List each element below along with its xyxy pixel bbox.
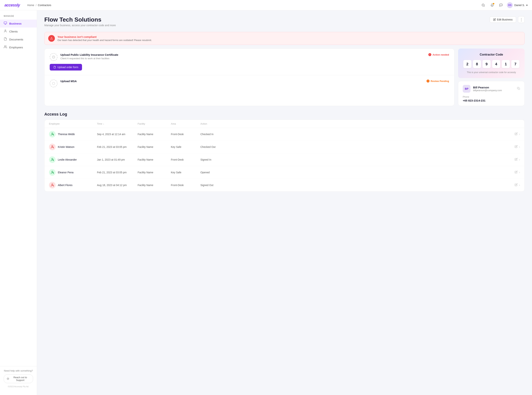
row-detail-icon[interactable] — [515, 170, 518, 174]
row-chevron-icon[interactable]: › — [519, 183, 520, 187]
upload-subtitle-1: Client A requested this to work at their… — [60, 57, 426, 60]
support-label: Reach out to Support — [11, 376, 30, 382]
code-digit: 2 — [463, 60, 471, 68]
topnav-right: DS Daniel S. ▾ — [480, 2, 527, 8]
row-detail-icon[interactable] — [515, 158, 518, 161]
action-dot: ! — [428, 53, 431, 56]
header-actions: Edit Business ⋮ — [490, 16, 525, 23]
contact-card: BP Bill Pearson billpearson@company.com … — [458, 81, 525, 106]
col-action: Action — [200, 122, 509, 125]
phone-section: Phone +65 823-2314-231 — [463, 96, 520, 102]
table-row[interactable]: Leslie Alexander Jan 1, 2023 at 01:49 pm… — [45, 154, 524, 166]
upload-row-2: Upload MSA ! Review Pending — [50, 80, 449, 87]
svg-rect-11 — [518, 88, 520, 90]
svg-line-1 — [484, 6, 485, 6]
user-avatar: DS — [507, 2, 513, 8]
sidebar: Manage Business Clients Documents Employ… — [0, 10, 37, 395]
row-chevron-icon[interactable]: › — [519, 132, 520, 136]
cell-action: Signed Out — [200, 184, 509, 187]
row-detail-icon[interactable] — [515, 145, 518, 149]
cell-area: Key Safe — [171, 145, 200, 148]
contact-avatar: BP — [463, 85, 470, 93]
cell-facility: Facility Name — [138, 158, 171, 161]
manage-label: Manage — [0, 15, 37, 20]
edit-business-button[interactable]: Edit Business — [490, 16, 516, 23]
logo[interactable]: accessly — [5, 3, 20, 8]
table-row[interactable]: Kristin Watson Feb 21, 2023 at 03:05 pm … — [45, 141, 524, 154]
sidebar-item-clients[interactable]: Clients — [0, 27, 37, 35]
phone-label: Phone — [463, 96, 520, 98]
row-actions: › — [509, 158, 520, 161]
contractor-code-title: Contractor Code — [463, 53, 520, 56]
cell-action: Signed In — [200, 158, 509, 161]
breadcrumb-current: Contractors — [38, 4, 51, 7]
phone-number: +65 823-2314-231 — [463, 99, 520, 102]
alert-content: Your business isn't compliant Our team h… — [57, 35, 152, 42]
row-actions: › — [509, 183, 520, 187]
cell-time: Feb 21, 2023 at 03:05 pm — [97, 171, 138, 174]
row-chevron-icon[interactable]: › — [519, 158, 520, 161]
contact-details: Bill Pearson billpearson@company.com — [473, 86, 502, 92]
page-subtitle: Manage your business, access your contra… — [44, 24, 116, 27]
breadcrumb: Home / Contractors — [27, 4, 480, 7]
main-content: Flow Tech Solutions Manage your business… — [37, 10, 532, 395]
cell-time: Sep 4, 2023 at 12:14 am — [97, 133, 138, 136]
cell-area: Key Safe — [171, 171, 200, 174]
user-menu[interactable]: DS Daniel S. ▾ — [507, 2, 527, 8]
app-layout: Manage Business Clients Documents Employ… — [0, 10, 532, 395]
employee-avatar — [49, 156, 56, 163]
upload-row-1: Upload Public Liability Insurance Certif… — [50, 53, 449, 61]
cell-facility: Facility Name — [138, 133, 171, 136]
cell-area: Front-Desk — [171, 184, 200, 187]
messages-icon[interactable] — [498, 2, 504, 8]
support-button[interactable]: Reach out to Support — [4, 374, 33, 383]
row-detail-icon[interactable] — [515, 183, 518, 187]
svg-point-10 — [52, 82, 55, 85]
notifications-icon[interactable] — [489, 2, 495, 8]
alert-icon: ⚠ — [48, 35, 55, 42]
row-chevron-icon[interactable]: › — [519, 145, 520, 148]
cell-action: Opened — [200, 171, 509, 174]
upload-item-msa: Upload MSA ! Review Pending — [45, 75, 454, 92]
table-row[interactable]: Theresa Webb Sep 4, 2023 at 12:14 am Fac… — [45, 128, 524, 141]
sidebar-item-business[interactable]: Business — [0, 20, 37, 27]
access-log-title: Access Log — [44, 112, 525, 117]
employee-name: Kristin Watson — [58, 145, 74, 148]
employee-name: Eleanor Pena — [58, 171, 73, 174]
sidebar-item-employees[interactable]: Employees — [0, 43, 37, 51]
upload-order-form-button[interactable]: Upload order form — [50, 64, 82, 71]
upload-cards: Upload Public Liability Insurance Certif… — [44, 49, 454, 106]
access-log-section: Access Log Employee Time ↓ Facility Area… — [44, 112, 525, 192]
sidebar-item-documents[interactable]: Documents — [0, 35, 37, 43]
breadcrumb-sep: / — [36, 4, 36, 7]
topnav: accessly Home / Contractors DS Daniel S.… — [0, 0, 532, 10]
pending-label: Review Pending — [431, 80, 449, 82]
status-badge-action: ! Action needed — [428, 53, 449, 56]
sidebar-item-business-label: Business — [9, 22, 22, 25]
clients-icon — [4, 29, 7, 33]
more-options-button[interactable]: ⋮ — [518, 16, 525, 23]
code-digits: 289417 — [463, 60, 520, 68]
cell-facility: Facility Name — [138, 145, 171, 148]
status-badge-pending: ! Review Pending — [426, 80, 449, 82]
row-detail-icon[interactable] — [515, 132, 518, 136]
sort-icon[interactable]: ↓ — [103, 123, 104, 125]
table-row[interactable]: Albert Flores Aug 18, 2023 at 04:12 pm F… — [45, 179, 524, 192]
employee-cell: Eleanor Pena — [49, 169, 97, 176]
copy-email-icon[interactable] — [517, 87, 520, 91]
employee-name: Leslie Alexander — [58, 158, 77, 161]
page-title-group: Flow Tech Solutions Manage your business… — [44, 16, 116, 27]
row-actions: › — [509, 170, 520, 174]
cell-time: Feb 21, 2023 at 03:05 pm — [97, 145, 138, 148]
search-icon[interactable] — [480, 2, 486, 8]
business-icon — [4, 22, 7, 26]
upload-info-2: Upload MSA — [60, 80, 424, 83]
alert-description: Our team has detected that your health a… — [57, 39, 152, 42]
breadcrumb-home[interactable]: Home — [27, 4, 34, 7]
table-row[interactable]: Eleanor Pena Feb 21, 2023 at 03:05 pm Fa… — [45, 166, 524, 179]
copyright: ©2023 Accessly Pty ltd. — [8, 385, 29, 388]
row-chevron-icon[interactable]: › — [519, 171, 520, 174]
alert-title: Your business isn't compliant — [57, 35, 152, 38]
documents-icon — [4, 37, 7, 42]
col-facility: Facility — [138, 122, 171, 125]
